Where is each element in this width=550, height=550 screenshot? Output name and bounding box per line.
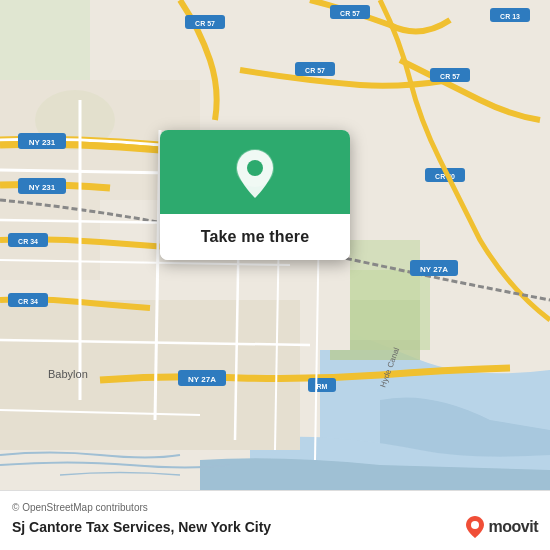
svg-text:NY 27A: NY 27A — [188, 375, 216, 384]
svg-text:NY 231: NY 231 — [29, 183, 56, 192]
place-info: Sj Cantore Tax Services, New York City m… — [12, 515, 538, 539]
svg-text:NY 27A: NY 27A — [420, 265, 448, 274]
svg-text:Babylon: Babylon — [48, 368, 88, 380]
bottom-bar: © OpenStreetMap contributors Sj Cantore … — [0, 490, 550, 550]
moovit-brand-text: moovit — [489, 518, 538, 536]
moovit-pin-icon — [465, 515, 485, 539]
svg-text:CR 57: CR 57 — [440, 73, 460, 80]
svg-text:NY 231: NY 231 — [29, 138, 56, 147]
svg-text:CR 57: CR 57 — [340, 10, 360, 17]
attribution-text: © OpenStreetMap contributors — [12, 502, 538, 513]
take-me-there-button[interactable]: Take me there — [160, 214, 350, 260]
svg-text:CR 57: CR 57 — [305, 67, 325, 74]
svg-text:RM: RM — [317, 383, 328, 390]
svg-text:CR 57: CR 57 — [195, 20, 215, 27]
svg-point-49 — [471, 521, 479, 529]
moovit-logo: moovit — [465, 515, 538, 539]
popup-header — [160, 130, 350, 214]
svg-text:CR 13: CR 13 — [500, 13, 520, 20]
map-container: NY 231 NY 231 CR 57 CR 57 CR 57 CR 57 CR… — [0, 0, 550, 490]
svg-text:CR 34: CR 34 — [18, 238, 38, 245]
place-name: Sj Cantore Tax Services, New York City — [12, 519, 271, 535]
svg-text:CR 34: CR 34 — [18, 298, 38, 305]
popup-card: Take me there — [160, 130, 350, 260]
svg-point-48 — [247, 160, 263, 176]
svg-rect-1 — [0, 0, 90, 80]
location-pin-icon — [233, 148, 277, 200]
